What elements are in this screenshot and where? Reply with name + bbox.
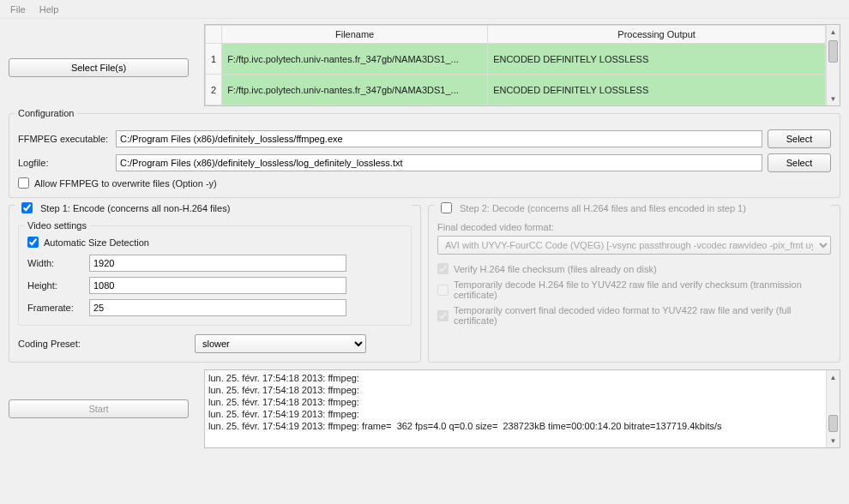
step2-checkbox[interactable]	[441, 202, 452, 213]
configuration-legend: Configuration	[15, 108, 77, 118]
final-format-label: Final decoded video format:	[437, 222, 831, 232]
auto-size-label: Automatic Size Detection	[44, 237, 149, 248]
height-label: Height:	[27, 280, 84, 291]
scroll-thumb[interactable]	[828, 415, 838, 432]
scroll-up-icon[interactable]: ▲	[827, 25, 840, 39]
step2-group: Step 2: Decode (concerns all H.264 files…	[428, 205, 840, 363]
table-header-output[interactable]: Processing Output	[488, 26, 826, 44]
select-files-button[interactable]: Select File(s)	[9, 58, 189, 77]
scroll-down-icon[interactable]: ▼	[827, 92, 840, 105]
auto-size-checkbox[interactable]	[27, 237, 39, 248]
row-number: 1	[206, 44, 222, 75]
verify-checksum-label: Verify H.264 file checksum (files alread…	[454, 264, 657, 274]
log-output: lun. 25. févr. 17:54:18 2013: ffmpeg: lu…	[204, 369, 840, 448]
step2-title: Step 2: Decode (concerns all H.264 files…	[460, 203, 746, 213]
cell-filename: F:/ftp.ivc.polytech.univ-nantes.fr_347gb…	[222, 44, 488, 75]
cell-output: ENCODED DEFINITELY LOSSLESS	[488, 44, 826, 75]
menu-help[interactable]: Help	[33, 3, 66, 16]
allow-overwrite-label: Allow FFMPEG to overwrite files (Option …	[34, 178, 217, 189]
log-text[interactable]: lun. 25. févr. 17:54:18 2013: ffmpeg: lu…	[205, 370, 826, 447]
menubar: File Help	[0, 0, 849, 19]
temp-convert-label: Temporarily convert final decoded video …	[454, 305, 831, 326]
step1-title: Step 1: Encode (concerns all non-H.264 f…	[40, 203, 230, 213]
menu-file[interactable]: File	[3, 3, 33, 16]
table-corner	[206, 26, 222, 44]
framerate-label: Framerate:	[27, 303, 84, 313]
ffmpeg-select-button[interactable]: Select	[768, 129, 831, 148]
row-number: 2	[206, 75, 222, 105]
temp-decode-label: Temporarily decode H.264 file to YUV422 …	[454, 279, 831, 300]
table-scrollbar[interactable]: ▲ ▼	[826, 25, 840, 105]
cell-output: ENCODED DEFINITELY LOSSLESS	[488, 75, 826, 105]
scroll-thumb[interactable]	[828, 40, 838, 63]
coding-preset-select[interactable]: slower	[195, 334, 366, 353]
final-format-select[interactable]: AVI with UYVY-FourCC Code (VQEG) [-vsync…	[437, 236, 831, 255]
ffmpeg-label: FFMPEG executable:	[18, 134, 111, 144]
height-input[interactable]	[89, 277, 346, 294]
logfile-select-button[interactable]: Select	[768, 153, 831, 172]
file-table: Filename Processing Output 1 F:/ftp.ivc.…	[204, 24, 840, 106]
log-scrollbar[interactable]: ▲ ▼	[826, 370, 840, 447]
logfile-label: Logfile:	[18, 158, 111, 168]
configuration-group: Configuration FFMPEG executable: Select …	[9, 113, 840, 198]
temp-convert-checkbox[interactable]	[437, 310, 449, 321]
coding-preset-label: Coding Preset:	[18, 339, 190, 349]
video-settings-group: Video settings Automatic Size Detection …	[18, 225, 412, 326]
temp-decode-checkbox[interactable]	[437, 285, 449, 296]
scroll-up-icon[interactable]: ▲	[827, 370, 840, 384]
allow-overwrite-checkbox[interactable]	[18, 177, 29, 189]
start-button[interactable]: Start	[9, 399, 189, 418]
ffmpeg-path-input[interactable]	[116, 130, 762, 147]
width-label: Width:	[27, 258, 84, 268]
table-header-filename[interactable]: Filename	[222, 26, 488, 44]
width-input[interactable]	[89, 255, 346, 272]
framerate-input[interactable]	[89, 299, 346, 316]
verify-checksum-checkbox[interactable]	[437, 263, 449, 274]
scroll-down-icon[interactable]: ▼	[827, 434, 840, 447]
table-row[interactable]: 2 F:/ftp.ivc.polytech.univ-nantes.fr_347…	[206, 75, 826, 105]
logfile-path-input[interactable]	[116, 154, 762, 171]
video-settings-legend: Video settings	[24, 220, 90, 231]
table-row[interactable]: 1 F:/ftp.ivc.polytech.univ-nantes.fr_347…	[206, 44, 826, 75]
step1-group: Step 1: Encode (concerns all non-H.264 f…	[9, 205, 421, 363]
cell-filename: F:/ftp.ivc.polytech.univ-nantes.fr_347gb…	[222, 75, 488, 105]
step1-checkbox[interactable]	[21, 202, 33, 213]
